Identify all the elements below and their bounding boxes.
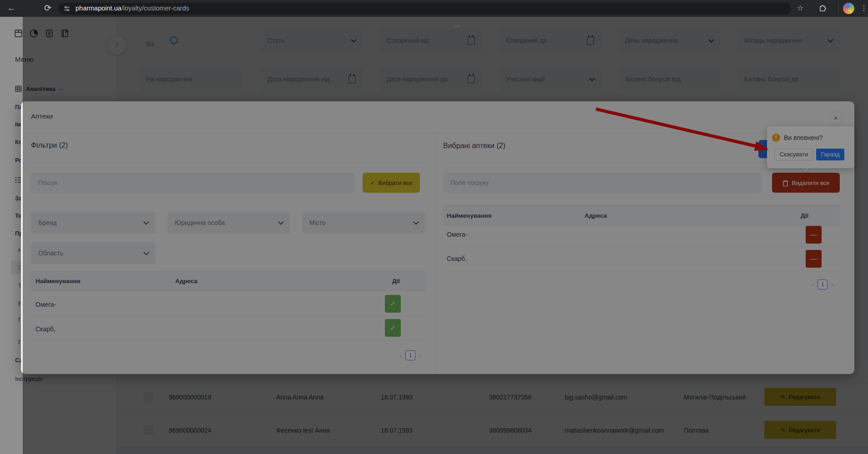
url-path: /loyalty/customer-cards — [121, 5, 189, 12]
toolbar-separator — [838, 5, 839, 12]
screen: ← → ⟳ pharmapoint.ua/loyalty/customer-ca… — [0, 0, 868, 454]
browser-forward-icon[interactable]: → — [23, 17, 868, 454]
extensions-puzzle-icon[interactable] — [816, 0, 829, 17]
browser-menu-icon[interactable]: ⋮ — [857, 0, 868, 17]
browser-reload-icon[interactable]: ⟳ — [41, 0, 55, 17]
browser-toolbar: ← → ⟳ pharmapoint.ua/loyalty/customer-ca… — [0, 0, 868, 17]
url-domain: pharmapoint.ua — [76, 5, 121, 12]
profile-avatar[interactable] — [843, 3, 854, 14]
bookmark-star-icon[interactable]: ☆ — [793, 0, 807, 17]
url-text: pharmapoint.ua/loyalty/customer-cards — [76, 3, 189, 15]
browser-back-icon[interactable]: ← — [5, 0, 18, 17]
address-bar[interactable]: pharmapoint.ua/loyalty/customer-cards — [58, 3, 791, 15]
site-settings-icon[interactable] — [64, 5, 70, 12]
